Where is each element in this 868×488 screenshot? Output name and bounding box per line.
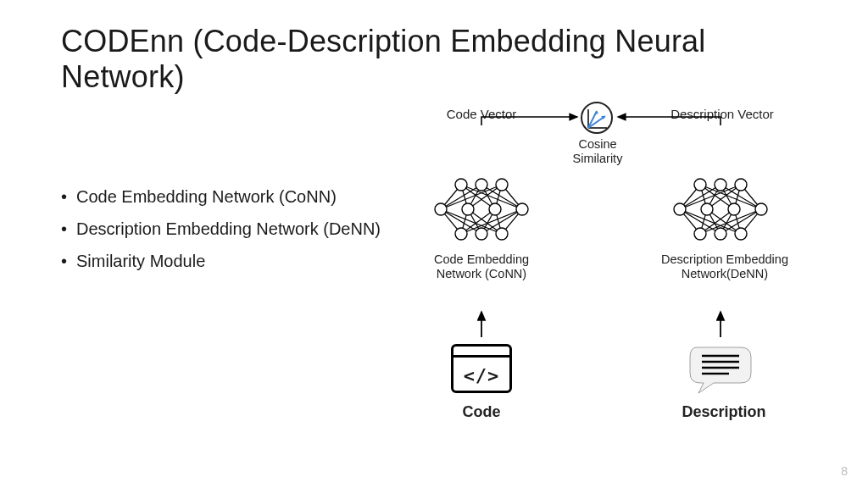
description-icon — [687, 342, 754, 388]
denn-network-icon — [670, 176, 771, 244]
svg-point-70 — [701, 203, 713, 215]
svg-point-33 — [476, 179, 487, 191]
svg-point-67 — [715, 179, 726, 191]
svg-point-74 — [715, 228, 726, 240]
slide: CODEnn (Code-Description Embedding Neura… — [0, 0, 868, 488]
svg-point-41 — [496, 228, 508, 240]
conn-label: Code Embedding Network (CoNN) — [422, 252, 541, 282]
svg-point-69 — [674, 203, 686, 215]
page-number: 8 — [841, 464, 848, 478]
svg-point-36 — [462, 203, 474, 215]
svg-point-75 — [735, 228, 747, 240]
svg-point-34 — [496, 179, 508, 191]
architecture-diagram: Code Vector Description Vector Cosine Si… — [424, 102, 848, 466]
description-label: Description — [673, 403, 775, 421]
svg-point-40 — [476, 228, 487, 240]
conn-network-icon — [431, 176, 532, 244]
svg-point-32 — [455, 179, 467, 191]
svg-point-71 — [728, 203, 740, 215]
svg-point-68 — [735, 179, 747, 191]
svg-point-38 — [516, 203, 528, 215]
code-icon: </> — [451, 344, 512, 393]
svg-point-66 — [694, 179, 706, 191]
svg-point-39 — [455, 228, 467, 240]
code-glyph: </> — [453, 365, 509, 386]
code-label: Code — [439, 403, 524, 421]
denn-label: Description Embedding Network(DeNN) — [653, 252, 797, 282]
svg-point-37 — [489, 203, 501, 215]
svg-point-35 — [435, 203, 447, 215]
svg-point-73 — [694, 228, 706, 240]
slide-title: CODEnn (Code-Description Embedding Neura… — [61, 24, 807, 96]
svg-point-72 — [755, 203, 767, 215]
